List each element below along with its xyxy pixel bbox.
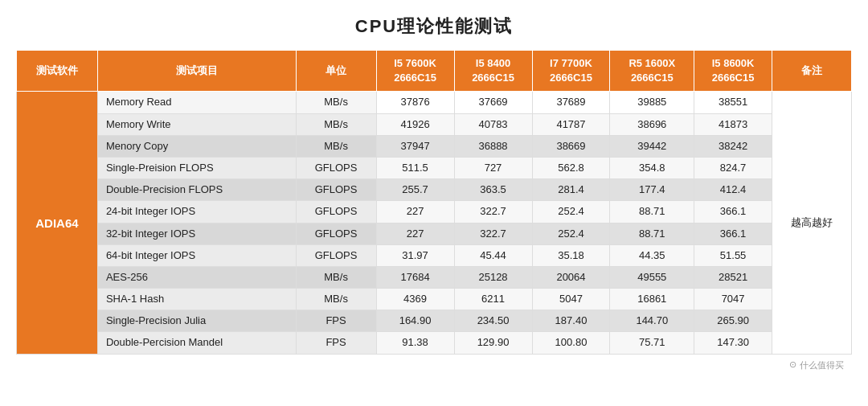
unit-cell: GFLOPS xyxy=(296,201,376,223)
value-cell: 17684 xyxy=(376,266,454,288)
value-cell: 41926 xyxy=(376,113,454,135)
value-cell: 824.7 xyxy=(694,157,772,178)
value-cell: 88.71 xyxy=(610,201,694,223)
value-cell: 39885 xyxy=(610,92,694,113)
value-cell: 38551 xyxy=(694,92,772,113)
value-cell: 227 xyxy=(376,223,454,244)
table-wrapper: 测试软件 测试项目 单位 I5 7600K 2666C15 I5 8400 26… xyxy=(16,50,852,355)
value-cell: 177.4 xyxy=(610,179,694,201)
value-cell: 38696 xyxy=(610,113,694,135)
test-name: Memory Read xyxy=(97,92,296,113)
value-cell: 187.40 xyxy=(532,310,610,332)
value-cell: 366.1 xyxy=(694,201,772,223)
value-cell: 363.5 xyxy=(454,179,532,201)
value-cell: 37669 xyxy=(454,92,532,113)
unit-cell: GFLOPS xyxy=(296,157,376,178)
value-cell: 4369 xyxy=(376,289,454,310)
note-cell: 越高越好 xyxy=(772,92,852,354)
value-cell: 75.71 xyxy=(610,332,694,354)
test-name: Menory Copy xyxy=(97,135,296,157)
value-cell: 25128 xyxy=(454,266,532,288)
value-cell: 511.5 xyxy=(376,157,454,178)
unit-cell: GFLOPS xyxy=(296,179,376,201)
watermark-icon: ⊙ xyxy=(789,359,796,371)
value-cell: 265.90 xyxy=(694,310,772,332)
header-software: 测试软件 xyxy=(17,51,98,92)
value-cell: 49555 xyxy=(610,266,694,288)
value-cell: 37876 xyxy=(376,92,454,113)
value-cell: 38242 xyxy=(694,135,772,157)
value-cell: 16861 xyxy=(610,289,694,310)
value-cell: 36888 xyxy=(454,135,532,157)
test-name: Double-Percision Mandel xyxy=(97,332,296,354)
page-title: CPU理论性能测试 xyxy=(355,14,513,39)
value-cell: 39442 xyxy=(610,135,694,157)
value-cell: 227 xyxy=(376,201,454,223)
watermark-text: 什么值得买 xyxy=(800,359,844,371)
value-cell: 281.4 xyxy=(532,179,610,201)
value-cell: 366.1 xyxy=(694,223,772,244)
value-cell: 147.30 xyxy=(694,332,772,354)
value-cell: 129.90 xyxy=(454,332,532,354)
software-cell: ADIA64 xyxy=(17,92,98,354)
unit-cell: GFLOPS xyxy=(296,223,376,244)
value-cell: 91.38 xyxy=(376,332,454,354)
value-cell: 6211 xyxy=(454,289,532,310)
value-cell: 255.7 xyxy=(376,179,454,201)
value-cell: 44.35 xyxy=(610,244,694,266)
test-name: AES-256 xyxy=(97,266,296,288)
value-cell: 727 xyxy=(454,157,532,178)
test-name: Single-Preision FLOPS xyxy=(97,157,296,178)
header-testitem: 测试项目 xyxy=(97,51,296,92)
value-cell: 164.90 xyxy=(376,310,454,332)
value-cell: 234.50 xyxy=(454,310,532,332)
value-cell: 37947 xyxy=(376,135,454,157)
value-cell: 322.7 xyxy=(454,201,532,223)
unit-cell: FPS xyxy=(296,310,376,332)
unit-cell: GFLOPS xyxy=(296,244,376,266)
test-name: 24-bit Integer IOPS xyxy=(97,201,296,223)
value-cell: 88.71 xyxy=(610,223,694,244)
value-cell: 412.4 xyxy=(694,179,772,201)
header-i5-8400: I5 8400 2666C15 xyxy=(454,51,532,92)
test-name: Single-Precision Julia xyxy=(97,310,296,332)
value-cell: 354.8 xyxy=(610,157,694,178)
unit-cell: FPS xyxy=(296,332,376,354)
unit-cell: MB/s xyxy=(296,135,376,157)
value-cell: 322.7 xyxy=(454,223,532,244)
footer-watermark: ⊙ 什么值得买 xyxy=(16,355,852,371)
value-cell: 28521 xyxy=(694,266,772,288)
value-cell: 38669 xyxy=(532,135,610,157)
value-cell: 562.8 xyxy=(532,157,610,178)
value-cell: 41873 xyxy=(694,113,772,135)
test-name: Double-Precision FLOPS xyxy=(97,179,296,201)
value-cell: 7047 xyxy=(694,289,772,310)
value-cell: 35.18 xyxy=(532,244,610,266)
value-cell: 144.70 xyxy=(610,310,694,332)
value-cell: 45.44 xyxy=(454,244,532,266)
header-r5-1600x: R5 1600X 2666C15 xyxy=(610,51,694,92)
value-cell: 40783 xyxy=(454,113,532,135)
value-cell: 252.4 xyxy=(532,201,610,223)
header-note: 备注 xyxy=(772,51,852,92)
test-name: 64-bit Integer IOPS xyxy=(97,244,296,266)
unit-cell: MB/s xyxy=(296,289,376,310)
value-cell: 41787 xyxy=(532,113,610,135)
value-cell: 252.4 xyxy=(532,223,610,244)
benchmark-table: 测试软件 测试项目 单位 I5 7600K 2666C15 I5 8400 26… xyxy=(16,50,852,355)
value-cell: 20064 xyxy=(532,266,610,288)
test-name: Memory Write xyxy=(97,113,296,135)
value-cell: 31.97 xyxy=(376,244,454,266)
value-cell: 37689 xyxy=(532,92,610,113)
value-cell: 100.80 xyxy=(532,332,610,354)
header-i5-7600k: I5 7600K 2666C15 xyxy=(376,51,454,92)
header-unit: 单位 xyxy=(296,51,376,92)
value-cell: 51.55 xyxy=(694,244,772,266)
test-name: SHA-1 Hash xyxy=(97,289,296,310)
value-cell: 5047 xyxy=(532,289,610,310)
test-name: 32-bit Integer IOPS xyxy=(97,223,296,244)
unit-cell: MB/s xyxy=(296,113,376,135)
header-i7-7700k: I7 7700K 2666C15 xyxy=(532,51,610,92)
unit-cell: MB/s xyxy=(296,92,376,113)
header-i5-8600k: I5 8600K 2666C15 xyxy=(694,51,772,92)
